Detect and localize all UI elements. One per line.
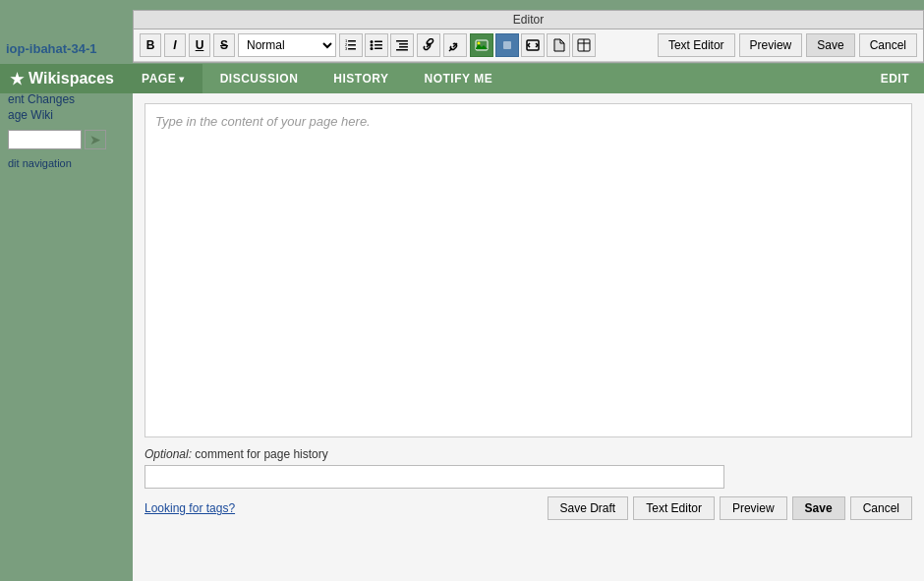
file-button[interactable] — [547, 33, 570, 57]
site-label: iop-ibahat-34-1 — [0, 37, 133, 60]
indent-button[interactable] — [390, 33, 414, 57]
unordered-list-button[interactable] — [365, 33, 388, 57]
svg-rect-1 — [348, 44, 356, 46]
embed-icon — [526, 38, 540, 52]
list-buttons: 1 2 3 — [339, 33, 414, 57]
comment-input[interactable] — [144, 465, 724, 489]
ordered-list-icon: 1 2 3 — [344, 38, 358, 52]
toolbar-right-actions: Text Editor Preview Save Cancel — [658, 33, 917, 57]
nav-history-label: HISTORY — [333, 72, 388, 86]
strikethrough-button[interactable]: S — [213, 33, 235, 57]
looking-for-tags-link[interactable]: Looking for tags? — [144, 501, 235, 515]
unlink-button[interactable] — [443, 33, 467, 57]
comment-label-text: comment for page history — [192, 447, 328, 461]
sidebar-link-wiki[interactable]: age Wiki — [8, 108, 125, 122]
table-button[interactable] — [572, 33, 596, 57]
svg-rect-15 — [396, 49, 408, 51]
nav-edit[interactable]: EDIT — [866, 72, 924, 86]
svg-line-16 — [449, 48, 452, 51]
unlink-icon — [448, 38, 462, 52]
nav-item-page[interactable]: PAGE ▾ — [124, 64, 202, 93]
arrow-icon: ➤ — [89, 132, 101, 147]
widget-icon — [500, 38, 514, 52]
widget-button[interactable] — [495, 33, 519, 57]
cancel-top-button[interactable]: Cancel — [859, 33, 917, 57]
media-buttons — [470, 33, 596, 57]
image-icon — [475, 38, 489, 52]
editor-toolbar: B I U S Normal Heading 1 Heading 2 Headi… — [134, 29, 923, 62]
svg-rect-7 — [375, 41, 382, 43]
editor-placeholder: Type in the content of your page here. — [155, 114, 901, 129]
italic-button[interactable]: I — [164, 33, 186, 57]
svg-rect-12 — [396, 40, 408, 42]
nav-item-notify[interactable]: NOTIFY ME — [407, 64, 511, 93]
wiki-logo[interactable]: ★ Wikispaces — [0, 64, 124, 93]
svg-text:3: 3 — [345, 46, 348, 51]
svg-point-10 — [371, 47, 374, 50]
svg-point-8 — [371, 44, 374, 47]
text-editor-top-button[interactable]: Text Editor — [658, 33, 735, 57]
editor-window: Editor B I U S Normal Heading 1 Heading … — [133, 10, 924, 63]
bottom-actions: Looking for tags? Save Draft Text Editor… — [133, 496, 924, 520]
nav-item-history[interactable]: HISTORY — [316, 64, 406, 93]
svg-rect-11 — [375, 48, 382, 50]
bold-button[interactable]: B — [140, 33, 161, 57]
svg-rect-13 — [399, 43, 408, 45]
sidebar-link-changes[interactable]: ent Changes — [8, 92, 125, 106]
link-icon — [422, 38, 435, 52]
search-button[interactable]: ➤ — [85, 130, 106, 149]
editor-area[interactable]: Type in the content of your page here. — [144, 103, 912, 437]
nav-notify-label: NOTIFY ME — [425, 72, 493, 86]
embed-button[interactable] — [521, 33, 545, 57]
edit-navigation-link[interactable]: dit navigation — [8, 157, 125, 169]
wiki-logo-text: Wikispaces — [29, 70, 114, 87]
nav-page-label: PAGE — [142, 72, 176, 86]
svg-rect-20 — [503, 41, 511, 49]
svg-rect-2 — [348, 48, 356, 50]
ordered-list-button[interactable]: 1 2 3 — [339, 33, 363, 57]
svg-rect-14 — [399, 46, 408, 48]
save-draft-button[interactable]: Save Draft — [548, 496, 629, 520]
link-button[interactable] — [417, 33, 440, 57]
indent-icon — [395, 38, 409, 52]
nav-page-arrow-icon: ▾ — [179, 74, 185, 85]
save-top-button[interactable]: Save — [806, 33, 854, 57]
svg-rect-0 — [348, 40, 356, 42]
save-bottom-button[interactable]: Save — [792, 496, 845, 520]
wiki-star-icon: ★ — [10, 70, 24, 88]
text-editor-bottom-button[interactable]: Text Editor — [633, 496, 715, 520]
nav-discussion-label: DISCUSSION — [220, 72, 299, 86]
search-input[interactable] — [8, 130, 82, 149]
table-icon — [577, 38, 591, 52]
bottom-right-buttons: Save Draft Text Editor Preview Save Canc… — [548, 496, 912, 520]
sidebar-search: ➤ — [8, 130, 125, 149]
image-button[interactable] — [470, 33, 493, 57]
svg-rect-9 — [375, 44, 382, 46]
file-icon — [551, 38, 565, 52]
preview-bottom-button[interactable]: Preview — [720, 496, 787, 520]
nav-item-discussion[interactable]: DISCUSSION — [202, 64, 317, 93]
comment-label-italic: Optional: — [144, 447, 192, 461]
svg-point-6 — [371, 40, 374, 43]
wiki-nav: PAGE ▾ DISCUSSION HISTORY NOTIFY ME — [124, 64, 510, 93]
cancel-bottom-button[interactable]: Cancel — [850, 496, 912, 520]
wiki-header: ★ Wikispaces PAGE ▾ DISCUSSION HISTORY N… — [0, 64, 924, 93]
editor-titlebar: Editor — [134, 11, 923, 29]
comment-section: Optional: comment for page history — [133, 447, 924, 489]
comment-label: Optional: comment for page history — [144, 447, 912, 461]
unordered-list-icon — [370, 38, 383, 52]
format-select[interactable]: Normal Heading 1 Heading 2 Heading 3 — [238, 33, 336, 57]
underline-button[interactable]: U — [189, 33, 210, 57]
main-content: Type in the content of your page here. O… — [133, 93, 924, 581]
preview-top-button[interactable]: Preview — [739, 33, 803, 57]
